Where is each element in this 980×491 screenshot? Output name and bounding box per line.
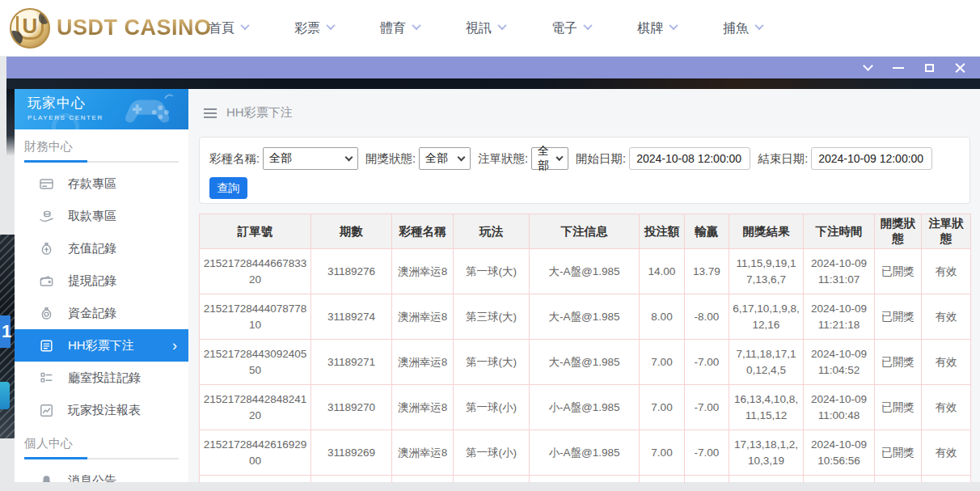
sidebar-item[interactable]: 存款專區 <box>15 167 188 200</box>
nav-item[interactable]: 電子 <box>551 20 591 37</box>
sidebar-item[interactable]: 消息公告 <box>15 464 188 482</box>
main-nav: 首頁彩票體育視訊電子棋牌捕魚 <box>209 0 762 57</box>
table-cell: 小-A盤@1.985 <box>530 430 640 476</box>
table-cell: 有效 <box>922 294 971 340</box>
table-row: 215217284428482412031189270澳洲幸运8第一球(小)小-… <box>200 385 971 430</box>
table-cell: 澳洲幸运8 <box>392 249 454 294</box>
section-underline <box>24 457 179 459</box>
table-cell: 2024-10-09 11:04:52 <box>804 340 875 385</box>
chevron-down-icon <box>326 21 335 30</box>
sidebar-item-label: 玩家投注報表 <box>68 403 141 418</box>
filter-select-value: 全部 <box>269 151 292 166</box>
table-cell: 小-A盤@1.985 <box>530 385 640 430</box>
player-center-window: 玩家中心 PLAYERS CENTER 財務中心存款專區取款專區充值記錄提現記錄… <box>15 89 980 482</box>
column-header: 期數 <box>311 214 392 249</box>
table-cell: 2152172844261692900 <box>200 430 311 476</box>
table-cell: 16,13,4,10,8,11,15,12 <box>729 385 804 430</box>
filter-select[interactable]: 全部 <box>263 147 358 170</box>
table-cell: 2152172844466783320 <box>200 249 311 294</box>
table-cell: 2024-10-09 11:31:07 <box>804 249 875 294</box>
nav-item[interactable]: 彩票 <box>294 20 334 37</box>
section-underline <box>24 160 179 163</box>
table-row: 215217284446678332031189276澳洲幸运8第一球(大)大-… <box>200 249 971 294</box>
menu-toggle-icon[interactable] <box>204 108 217 110</box>
filter-panel: 彩種名稱:全部開獎狀態:全部注單狀態:全部開始日期:結束日期: 查詢 <box>199 137 970 204</box>
window-close-icon[interactable] <box>955 62 965 73</box>
nav-item[interactable]: 視訊 <box>466 20 505 37</box>
table-cell: 已開獎 <box>875 294 922 340</box>
column-header: 開獎結果 <box>729 214 804 249</box>
table-cell: 有效 <box>922 249 971 294</box>
table-cell <box>922 476 971 483</box>
table-cell: 有效 <box>922 340 971 385</box>
lottery-doc-icon <box>39 338 54 353</box>
nav-item[interactable]: 棋牌 <box>637 20 677 37</box>
chevron-down-icon <box>754 21 763 30</box>
nav-item-label: 首頁 <box>209 20 234 37</box>
chevron-down-icon <box>583 21 592 30</box>
filter-select[interactable]: 全部 <box>419 147 471 170</box>
table-cell: -7.00 <box>685 430 729 476</box>
table-cell: 已開獎 <box>875 430 922 476</box>
sidebar-item[interactable]: 充值記錄 <box>15 232 188 265</box>
table-cell: 已開獎 <box>875 385 922 430</box>
sidebar-header: 玩家中心 PLAYERS CENTER <box>15 89 188 129</box>
nav-item-label: 捕魚 <box>723 20 749 37</box>
search-button[interactable]: 查詢 <box>209 177 247 199</box>
nav-item[interactable]: 首頁 <box>209 20 248 37</box>
sidebar-item[interactable]: 資金記錄 <box>15 297 188 329</box>
table-cell: 17,13,18,1,2,10,3,19 <box>729 430 804 476</box>
hand-money-icon <box>39 209 54 224</box>
table-cell: 31189270 <box>311 385 392 430</box>
nav-item-label: 視訊 <box>466 20 492 37</box>
filter-date-input[interactable] <box>811 147 932 170</box>
background-badge: 1 <box>0 315 11 348</box>
nav-item[interactable]: 捕魚 <box>723 20 762 37</box>
sidebar-item[interactable]: HH彩票下注› <box>15 329 188 362</box>
column-header: 彩種名稱 <box>392 214 454 249</box>
table-row: 215217284430924055031189271澳洲幸运8第一球(大)大-… <box>200 340 971 385</box>
table-cell: 第一球(大) <box>454 340 530 385</box>
table-cell: 2152172844309240550 <box>200 340 311 385</box>
filter-label: 開獎狀態: <box>365 151 416 167</box>
table-cell: 大-A盤@1.985 <box>530 340 640 385</box>
filter-label: 彩種名稱: <box>209 151 260 167</box>
table-cell: 13.79 <box>685 249 729 294</box>
chevron-down-icon <box>412 21 420 30</box>
filter-select-value: 全部 <box>538 144 557 173</box>
table-cell <box>804 476 875 483</box>
chevron-down-icon <box>458 153 466 161</box>
table-cell: 7.00 <box>640 430 685 476</box>
table-cell: 7,11,18,17,10,12,4,5 <box>729 340 804 385</box>
nav-item[interactable]: 體育 <box>380 20 420 37</box>
brand-logo[interactable]: U USDT CASINO <box>10 8 212 49</box>
sidebar-item[interactable]: 提現記錄 <box>15 265 188 297</box>
table-cell: 澳洲幸运8 <box>392 385 454 430</box>
sidebar-item[interactable]: 廳室投註記錄 <box>15 362 188 394</box>
bank-card-icon <box>39 176 54 192</box>
table-row: 215217284426169290031189269澳洲幸运8第一球(小)小-… <box>200 430 971 476</box>
table-cell: 第三球(大) <box>454 294 530 340</box>
sidebar-item-label: 提現記錄 <box>68 273 116 289</box>
table-cell <box>311 476 392 483</box>
sidebar-item[interactable]: 取款專區 <box>15 200 188 232</box>
section-title: 個人中心 <box>24 436 179 451</box>
window-minimize-icon[interactable] <box>893 67 904 69</box>
table-cell <box>875 476 922 483</box>
sidebar-item[interactable]: 玩家投注報表 <box>15 394 188 426</box>
filter-select[interactable]: 全部 <box>531 147 568 170</box>
table-cell <box>685 476 729 483</box>
filter-date-input[interactable] <box>629 147 750 170</box>
nav-item-label: 體育 <box>380 20 406 37</box>
nav-item-label: 棋牌 <box>637 20 663 37</box>
nav-item-label: 電子 <box>551 20 577 37</box>
column-header: 玩法 <box>454 214 530 249</box>
window-maximize-icon[interactable] <box>925 64 934 72</box>
background-banner-strip <box>6 78 980 89</box>
window-collapse-icon[interactable] <box>863 61 873 71</box>
table-cell <box>392 476 454 483</box>
table-cell: -7.00 <box>685 385 729 430</box>
table-cell <box>640 476 685 483</box>
table-cell <box>729 476 804 483</box>
filter-label: 結束日期: <box>758 151 808 167</box>
